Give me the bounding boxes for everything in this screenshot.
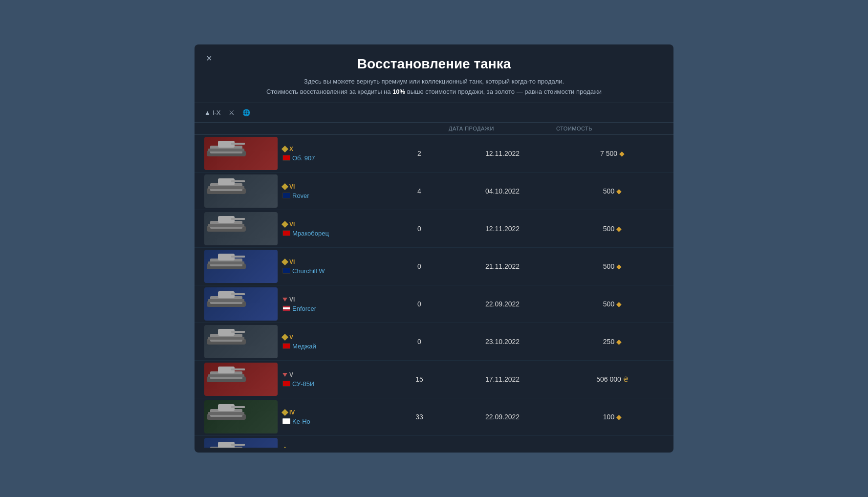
nation-flag-icon bbox=[282, 230, 290, 236]
count-cell: 15 bbox=[390, 375, 449, 383]
subtitle-line1: Здесь вы можете вернуть премиум или колл… bbox=[304, 78, 564, 85]
close-button[interactable]: × bbox=[206, 53, 212, 63]
diamond-icon bbox=[282, 146, 288, 152]
nation-filter[interactable]: 🌐 bbox=[242, 109, 250, 116]
tank-label: V СУ-85И bbox=[278, 371, 314, 388]
table-row: VI Мракоборец 0 12.11.2022 500◆ ВОССТАНО… bbox=[195, 210, 673, 248]
tier-roman: IV bbox=[289, 447, 295, 448]
tank-name: Enforcer bbox=[282, 305, 316, 312]
normal-triangle-icon bbox=[282, 373, 287, 377]
restore-action: ВОССТАНОВИТЬ bbox=[669, 258, 673, 275]
subtitle-suffix: выше стоимости продажи, за золото — равн… bbox=[405, 88, 602, 95]
tier-badge: VI bbox=[282, 183, 309, 190]
restore-action: ВОССТАНОВИТЬ bbox=[669, 296, 673, 312]
count-cell: 0 bbox=[390, 338, 449, 346]
tank-name: Об. 907 bbox=[282, 154, 315, 162]
tier-badge: X bbox=[282, 146, 315, 152]
tank-info: VI Churchill W bbox=[204, 250, 390, 283]
tank-name: СУ-85И bbox=[282, 380, 314, 388]
tier-roman: VI bbox=[289, 221, 295, 228]
cost-value: 500 bbox=[603, 300, 614, 308]
tier-roman: X bbox=[289, 146, 293, 152]
tank-info: IV Ke-Ho bbox=[204, 400, 390, 433]
cost-cell: 500◆ bbox=[556, 225, 669, 233]
tier-roman: VI bbox=[289, 296, 295, 303]
tank-name: Rover bbox=[282, 192, 309, 199]
diamond-icon bbox=[282, 334, 288, 341]
count-cell: 0 bbox=[390, 225, 449, 233]
gold-icon: ◆ bbox=[616, 262, 622, 270]
tank-label: IV Ke-Ho bbox=[278, 409, 310, 425]
svg-rect-39 bbox=[208, 412, 244, 415]
restore-action: ВОССТАНОВИТЬ bbox=[669, 333, 673, 350]
cost-value: 506 000 bbox=[596, 375, 621, 383]
svg-rect-9 bbox=[208, 186, 244, 189]
tier-badge: IV bbox=[282, 447, 338, 448]
tank-info: V Меджай bbox=[204, 325, 390, 358]
filter-bar: ▲ I-X ⚔ 🌐 bbox=[195, 103, 673, 123]
swords-icon: ⚔ bbox=[229, 109, 235, 116]
table-row: X Об. 907 2 12.11.2022 7 500◆ ВОССТАНОВИ… bbox=[195, 135, 673, 173]
tank-thumbnail bbox=[204, 287, 278, 321]
tank-name: Мракоборец bbox=[282, 230, 329, 237]
cost-value: 500 bbox=[603, 187, 614, 195]
credit-icon: ₴ bbox=[623, 375, 629, 383]
tank-label: VI Мракоборец bbox=[278, 221, 329, 237]
gold-icon: ◆ bbox=[616, 187, 622, 195]
gold-icon: ◆ bbox=[616, 225, 622, 233]
count-cell: 0 bbox=[390, 300, 449, 308]
tier-badge: IV bbox=[282, 409, 310, 416]
tier-badge: V bbox=[282, 371, 314, 378]
tank-name-text: Об. 907 bbox=[292, 154, 315, 162]
tier-badge: VI bbox=[282, 296, 316, 303]
cost-value: 100 bbox=[603, 413, 614, 421]
subtitle-prefix: Стоимость восстановления за кредиты на bbox=[266, 88, 392, 95]
tank-label: X Об. 907 bbox=[278, 146, 315, 162]
tank-thumbnail bbox=[204, 438, 278, 448]
svg-rect-34 bbox=[208, 374, 244, 377]
count-cell: 0 bbox=[390, 262, 449, 270]
tank-name-text: Меджай bbox=[292, 343, 316, 350]
tank-info: IV Valentine Mk. IX bbox=[204, 438, 390, 448]
tank-name-text: Rover bbox=[292, 192, 309, 199]
globe-icon: 🌐 bbox=[242, 109, 250, 116]
svg-rect-38 bbox=[231, 406, 245, 408]
date-cell: 17.11.2022 bbox=[449, 375, 556, 383]
nation-flag-icon bbox=[282, 343, 290, 349]
cost-value: 500 bbox=[603, 225, 614, 233]
tank-label: V Меджай bbox=[278, 334, 316, 350]
normal-triangle-icon bbox=[282, 298, 287, 302]
tier-roman: V bbox=[289, 371, 293, 378]
svg-rect-13 bbox=[231, 218, 245, 220]
date-cell: 21.11.2022 bbox=[449, 262, 556, 270]
cost-cell: 500◆ bbox=[556, 187, 669, 195]
tank-name-text: Мракоборец bbox=[292, 230, 329, 237]
tank-label: VI Enforcer bbox=[278, 296, 316, 312]
class-filter[interactable]: ⚔ bbox=[229, 109, 235, 116]
cost-value: 250 bbox=[603, 338, 614, 346]
date-cell: 12.11.2022 bbox=[449, 225, 556, 233]
tank-info: VI Rover bbox=[204, 174, 390, 208]
diamond-icon bbox=[282, 259, 288, 265]
date-cell: 04.10.2022 bbox=[449, 187, 556, 195]
date-cell: 22.09.2022 bbox=[449, 413, 556, 421]
tank-name-text: СУ-85И bbox=[292, 380, 314, 388]
tank-name: Меджай bbox=[282, 343, 316, 350]
column-headers: ДАТА ПРОДАЖИ СТОИМОСТЬ bbox=[195, 123, 673, 135]
svg-rect-24 bbox=[208, 299, 244, 302]
tier-filter[interactable]: ▲ I-X bbox=[204, 109, 221, 116]
tank-thumbnail bbox=[204, 325, 278, 358]
cost-cell: 7 500◆ bbox=[556, 150, 669, 157]
modal-header: × Восстановление танка Здесь вы можете в… bbox=[195, 44, 673, 104]
cost-value: 7 500 bbox=[600, 150, 617, 157]
svg-rect-3 bbox=[231, 143, 245, 145]
tier-roman: V bbox=[289, 334, 293, 341]
col-tank bbox=[204, 126, 390, 131]
tier-filter-label: I-X bbox=[213, 109, 221, 116]
tier-roman: VI bbox=[289, 183, 295, 190]
subtitle-highlight: 10% bbox=[392, 88, 405, 95]
svg-rect-23 bbox=[231, 293, 245, 295]
cost-cell: 500◆ bbox=[556, 262, 669, 270]
svg-rect-33 bbox=[231, 368, 245, 370]
table-row: IV Valentine Mk. IX 0 21.11.2022 100◆ ВО… bbox=[195, 436, 673, 448]
